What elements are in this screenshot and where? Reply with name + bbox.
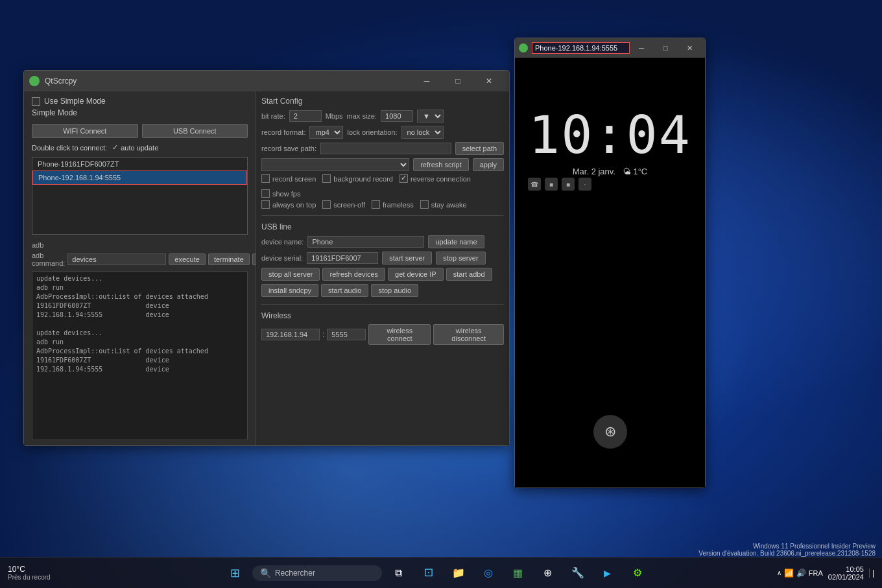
- always-on-top-checkbox[interactable]: [261, 200, 270, 209]
- wireless-disconnect-button[interactable]: wireless disconnect: [433, 324, 504, 345]
- stop-audio-button[interactable]: stop audio: [371, 284, 418, 297]
- chrome-icon: ⊕: [543, 567, 552, 579]
- screen-off-checkbox[interactable]: [322, 200, 331, 209]
- audio-buttons-group: install sndcpy start audio stop audio: [261, 284, 504, 297]
- phone-minimize-button[interactable]: ─: [630, 39, 653, 57]
- network-icon[interactable]: 📶: [784, 569, 794, 578]
- chevron-up-icon[interactable]: ∧: [777, 569, 781, 576]
- close-button[interactable]: ✕: [474, 71, 504, 91]
- device-serial-row: device serial: start server stop server: [261, 252, 504, 265]
- script-select[interactable]: [261, 158, 409, 171]
- bit-rate-label: bit rate:: [261, 112, 285, 120]
- apply-button[interactable]: apply: [473, 158, 504, 171]
- log-line: 192.168.1.94:5555 device: [36, 311, 243, 320]
- stop-server-button[interactable]: stop server: [436, 252, 485, 265]
- wireless-connect-button[interactable]: wireless connect: [368, 324, 431, 345]
- save-path-label: record save path:: [261, 145, 316, 152]
- phone-close-button[interactable]: ✕: [678, 39, 701, 57]
- max-size-label: max size:: [347, 112, 377, 120]
- taskbar-clock[interactable]: 10:05 02/01/2024: [828, 565, 864, 581]
- wifi-connect-button[interactable]: WIFI Connect: [32, 124, 138, 138]
- android-icon: ⚙: [633, 567, 642, 579]
- device-serial-input[interactable]: [307, 252, 378, 264]
- task-view-button[interactable]: ⧉: [386, 560, 412, 586]
- start-server-button[interactable]: start server: [382, 252, 432, 265]
- taskbar-terminal-button[interactable]: ▶: [595, 560, 621, 586]
- device-item-wireless[interactable]: Phone-192.168.1.94:5555: [32, 171, 247, 185]
- terminate-button[interactable]: terminate: [208, 253, 250, 265]
- show-desktop-button[interactable]: |: [869, 569, 874, 578]
- log-line: update devices...: [36, 329, 243, 338]
- script-row: refresh script apply: [261, 158, 504, 171]
- screen-off-option: screen-off: [322, 200, 365, 209]
- connect-buttons-row: WIFI Connect USB Connect: [24, 121, 256, 141]
- device-name-input[interactable]: [307, 236, 424, 248]
- taskbar-right: ∧ 📶 🔊 FRA 10:05 02/01/2024 |: [769, 565, 882, 581]
- clock-time: 10:05: [846, 565, 864, 573]
- log-line: AdbProcessImpl::out:List of devices atta…: [36, 347, 243, 356]
- minimize-button[interactable]: ─: [412, 71, 442, 91]
- max-size-select[interactable]: ▼: [417, 110, 444, 123]
- select-path-button[interactable]: select path: [455, 142, 504, 155]
- stop-all-server-button[interactable]: stop all server: [261, 268, 320, 281]
- wireless-port-input[interactable]: [327, 329, 366, 340]
- frameless-checkbox[interactable]: [372, 200, 380, 209]
- wireless-ip-input[interactable]: [261, 329, 320, 340]
- get-device-ip-button[interactable]: get device IP: [388, 268, 444, 281]
- left-panel: Use Simple Mode Simple Mode WIFI Connect…: [24, 91, 256, 445]
- install-sndcpy-button[interactable]: install sndcpy: [261, 284, 318, 297]
- taskbar-chrome-button[interactable]: ⊕: [535, 560, 561, 586]
- show-fps-label: show fps: [272, 190, 300, 198]
- frameless-label: frameless: [383, 201, 414, 209]
- lock-orientation-select[interactable]: no lock: [401, 126, 444, 139]
- background-record-checkbox[interactable]: [322, 174, 331, 183]
- taskbar-android-button[interactable]: ⚙: [625, 560, 650, 586]
- qt-window-icon: [29, 76, 40, 86]
- start-adbd-button[interactable]: start adbd: [446, 268, 492, 281]
- record-screen-checkbox[interactable]: [261, 174, 270, 183]
- notif-dot-3: ■: [562, 178, 575, 191]
- simple-mode-checkbox[interactable]: [32, 97, 40, 106]
- windows-logo-button[interactable]: ⊞: [222, 560, 248, 586]
- always-on-top-option: always on top: [261, 200, 316, 209]
- phone-maximize-button[interactable]: □: [654, 39, 677, 57]
- start-audio-button[interactable]: start audio: [321, 284, 368, 297]
- simple-mode-label: Simple Mode: [24, 108, 256, 121]
- taskbar: 10°C Près du record ⊞ 🔍 Rechercher ⧉ ⚀ 📁…: [0, 557, 882, 588]
- execute-button[interactable]: execute: [169, 253, 206, 265]
- phone-screen: 10:04 Mar. 2 janv. 🌤 1°C ☎ ■ ■ · ⊛ ▶ ⛶ ≫…: [515, 58, 705, 488]
- windows-logo-icon: ⊞: [230, 566, 240, 580]
- stay-awake-checkbox[interactable]: [420, 200, 429, 209]
- update-name-button[interactable]: update name: [428, 235, 484, 248]
- fingerprint-button[interactable]: ⊛: [593, 415, 627, 449]
- adb-command-input[interactable]: [67, 253, 166, 265]
- log-area[interactable]: update devices... adb run AdbProcessImpl…: [32, 271, 248, 440]
- show-fps-checkbox[interactable]: [261, 189, 270, 198]
- refresh-devices-button[interactable]: refresh devices: [322, 268, 385, 281]
- volume-icon[interactable]: 🔊: [796, 569, 806, 578]
- maximize-button[interactable]: □: [443, 71, 473, 91]
- app-icon-3: 🔧: [571, 567, 584, 579]
- background-record-option: background record: [322, 174, 393, 183]
- qt-window-content: Use Simple Mode Simple Mode WIFI Connect…: [24, 91, 509, 445]
- taskbar-app-2[interactable]: ▦: [505, 560, 531, 586]
- taskbar-app-1[interactable]: ⚀: [416, 560, 442, 586]
- taskbar-files-button[interactable]: 📁: [446, 560, 471, 586]
- phone-clock: 10:04 Mar. 2 janv. 🌤 1°C: [529, 110, 691, 176]
- max-size-input[interactable]: [381, 110, 413, 122]
- usb-buttons-group: stop all server refresh devices get devi…: [261, 268, 504, 281]
- taskbar-search[interactable]: 🔍 Rechercher: [252, 565, 382, 581]
- taskbar-app-3[interactable]: 🔧: [565, 560, 591, 586]
- taskbar-edge-button[interactable]: ◎: [475, 560, 501, 586]
- device-name-label: device name:: [261, 238, 304, 246]
- record-format-select[interactable]: mp4: [309, 126, 343, 139]
- bit-rate-input[interactable]: [289, 110, 322, 122]
- device-item-usb[interactable]: Phone-19161FDF6007ZT: [32, 158, 247, 171]
- adb-cmd-row: adb command: execute terminate clear: [24, 250, 256, 268]
- refresh-script-button[interactable]: refresh script: [413, 158, 469, 171]
- reverse-connection-checkbox[interactable]: [399, 174, 408, 183]
- usb-connect-button[interactable]: USB Connect: [142, 124, 248, 138]
- auto-update-row: ✓ auto update: [112, 143, 158, 152]
- frameless-option: frameless: [372, 200, 414, 209]
- save-path-input[interactable]: [320, 143, 451, 154]
